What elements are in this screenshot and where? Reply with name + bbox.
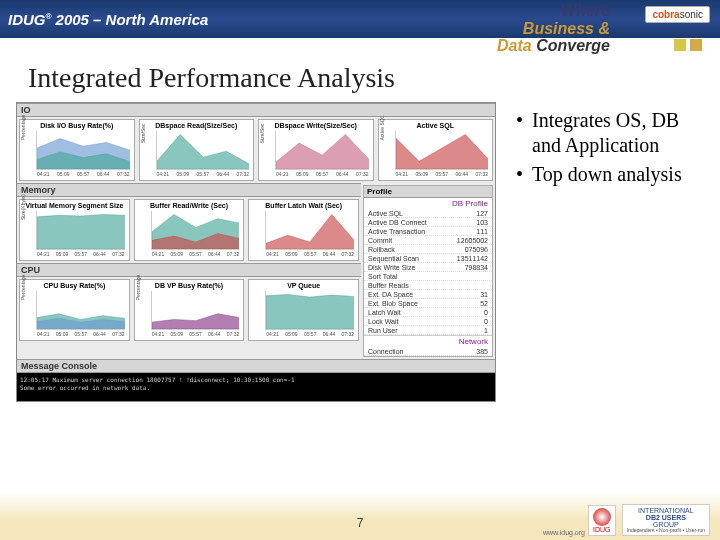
network-row: Connection385: [364, 347, 492, 356]
chart-virtual-memory-segment-size: Virtual Memory Segment SizeSize(Kbyte)04…: [19, 199, 130, 261]
profile-row: Buffer Reads: [364, 281, 492, 290]
chart-buffer-latch-wait-sec-: Buffer Latch Wait (Sec)04:2105:0905:5706…: [248, 199, 359, 261]
chart-title: Disk I/O Busy Rate(%): [22, 122, 132, 130]
section-io: IO: [17, 103, 495, 117]
profile-row: Active Transaction111: [364, 227, 492, 236]
dashboard-screenshot: IO Disk I/O Busy Rate(%)Percentage04:210…: [16, 102, 496, 402]
chart-title: Active SQL: [381, 122, 491, 130]
profile-row: Commit12605002: [364, 236, 492, 245]
console-header: Message Console: [17, 359, 495, 373]
chart-title: Buffer Latch Wait (Sec): [251, 202, 356, 210]
profile-row: Sort Total: [364, 272, 492, 281]
chart-title: Virtual Memory Segment Size: [22, 202, 127, 210]
chart-dbspace-read-size-sec-: DBspace Read(Size/Sec)Size/Sec04:2105:09…: [139, 119, 255, 181]
chart-dbspace-write-size-sec-: DBspace Write(Size/Sec)Size/Sec04:2105:0…: [258, 119, 374, 181]
profile-row: Rollback075096: [364, 245, 492, 254]
page-number: 7: [357, 516, 364, 530]
chart-disk-i-o-busy-rate-: Disk I/O Busy Rate(%)Percentage04:2105:0…: [19, 119, 135, 181]
slide-footer: 7 www.idug.org IDUG INTERNATIONAL DB2 US…: [0, 492, 720, 540]
chart-title: VP Queue: [251, 282, 356, 290]
profile-type: DB Profile: [364, 198, 492, 209]
profile-row: Latch Wait0: [364, 308, 492, 317]
profile-row: Active SQL127: [364, 209, 492, 218]
profile-row: Disk Write Size798834: [364, 263, 492, 272]
chart-title: DBspace Write(Size/Sec): [261, 122, 371, 130]
profile-row: Active DB Connect103: [364, 218, 492, 227]
slide-title: Integrated Performance Analysis: [0, 52, 720, 102]
profile-panel: Profile DB Profile Active SQL127Active D…: [363, 185, 493, 357]
network-header: Network: [364, 335, 492, 347]
profile-header: Profile: [364, 186, 492, 198]
bullet-list: Integrates OS, DB and ApplicationTop dow…: [496, 102, 712, 402]
section-cpu: CPU: [17, 263, 361, 277]
bullet-item: Top down analysis: [516, 162, 702, 187]
slide-header: IDUG® 2005 – North America Where Busines…: [0, 0, 720, 38]
profile-row: Lock Wait0: [364, 317, 492, 326]
chart-title: DBspace Read(Size/Sec): [142, 122, 252, 130]
db2-users-logo: INTERNATIONAL DB2 USERS GROUP Independen…: [622, 504, 710, 536]
decor-squares: [0, 38, 720, 52]
profile-row: Run User1: [364, 326, 492, 335]
sponsor-logo: cobrasonic: [645, 6, 710, 23]
profile-row: Ext. Blob Space52: [364, 299, 492, 308]
bullet-item: Integrates OS, DB and Application: [516, 108, 702, 158]
chart-title: Buffer Read/Write (Sec): [137, 202, 242, 210]
footer-url: www.idug.org: [543, 529, 585, 536]
section-memory: Memory: [17, 183, 361, 197]
chart-vp-queue: VP Queue04:2105:0905:5706:4407:32: [248, 279, 359, 341]
profile-row: Sequential Scan13511142: [364, 254, 492, 263]
chart-title: CPU Busy Rate(%): [22, 282, 127, 290]
chart-db-vp-busy-rate-: DB VP Busy Rate(%)Percentage04:2105:0905…: [134, 279, 245, 341]
profile-row: Ext. DA Space31: [364, 290, 492, 299]
idug-logo: IDUG® 2005 – North America: [8, 11, 208, 28]
idug-footer-logo: IDUG: [588, 505, 616, 536]
chart-title: DB VP Busy Rate(%): [137, 282, 242, 290]
message-console: 12:05:17 Maximum server connection 18007…: [17, 373, 495, 401]
chart-active-sql: Active SQLActive SQL04:2105:0905:5706:44…: [378, 119, 494, 181]
chart-buffer-read-write-sec-: Buffer Read/Write (Sec)04:2105:0905:5706…: [134, 199, 245, 261]
chart-cpu-busy-rate-: CPU Busy Rate(%)Percentage04:2105:0905:5…: [19, 279, 130, 341]
